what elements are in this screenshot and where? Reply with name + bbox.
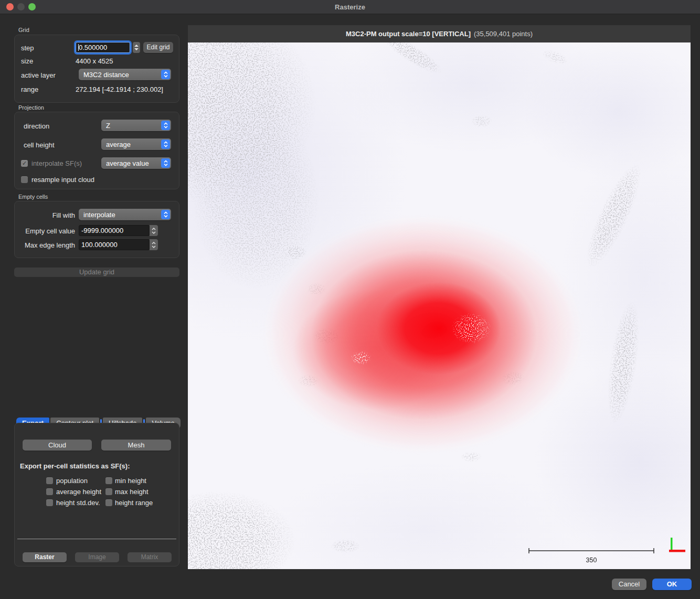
ok-button[interactable]: OK bbox=[652, 579, 692, 590]
chevron-updown-icon bbox=[161, 158, 170, 168]
empty-cell-value-label: Empty cell value bbox=[16, 227, 75, 236]
grid-group-label: Grid bbox=[18, 27, 29, 33]
population-label: population bbox=[56, 477, 88, 485]
cancel-button[interactable]: Cancel bbox=[612, 579, 646, 590]
rasterize-dialog: Rasterize Grid step 0.500000 Edit grid s… bbox=[0, 0, 700, 599]
empty-cell-value-stepper[interactable] bbox=[150, 225, 158, 236]
average-height-label: average height bbox=[56, 488, 101, 496]
active-layer-label: active layer bbox=[21, 71, 56, 80]
resample-label: resample input cloud bbox=[31, 176, 94, 184]
fill-with-label: Fill with bbox=[17, 211, 75, 220]
height-range-label: height range bbox=[115, 499, 153, 507]
resample-checkbox[interactable] bbox=[21, 176, 28, 183]
height-range-checkbox[interactable] bbox=[105, 499, 112, 506]
distance-heat-blob bbox=[259, 212, 587, 456]
export-mesh-button[interactable]: Mesh bbox=[101, 440, 171, 451]
spin-up-icon bbox=[134, 45, 139, 47]
max-edge-length-label: Max edge length bbox=[16, 241, 75, 250]
direction-select[interactable]: Z bbox=[101, 120, 171, 131]
scale-bar-label: 350 bbox=[586, 557, 597, 564]
chevron-updown-icon bbox=[161, 70, 170, 79]
spin-down-icon bbox=[134, 48, 139, 50]
average-height-checkbox[interactable] bbox=[46, 488, 53, 495]
export-matrix-button: Matrix bbox=[128, 552, 172, 562]
max-edge-length-stepper[interactable] bbox=[150, 239, 158, 250]
viewer-title: M3C2-PM output scale=10 [VERTICAL] bbox=[346, 30, 471, 38]
active-layer-value: M3C2 distance bbox=[83, 71, 129, 79]
min-height-checkbox[interactable] bbox=[105, 477, 112, 484]
max-height-checkbox[interactable] bbox=[105, 488, 112, 495]
stats-title: Export per-cell statistics as SF(s): bbox=[20, 462, 130, 470]
fill-with-value: interpolate bbox=[83, 211, 115, 219]
chevron-updown-icon bbox=[161, 121, 170, 130]
height-stddev-label: height std.dev. bbox=[56, 499, 100, 507]
cell-height-value: average bbox=[106, 141, 131, 148]
size-label: size bbox=[21, 57, 33, 66]
cell-height-select[interactable]: average bbox=[101, 138, 171, 150]
empty-cells-group-label: Empty cells bbox=[18, 194, 48, 200]
export-cloud-button[interactable]: Cloud bbox=[23, 440, 92, 451]
viewer-point-count: (35,509,401 points) bbox=[474, 30, 533, 38]
fill-with-select[interactable]: interpolate bbox=[79, 209, 171, 220]
export-divider bbox=[17, 539, 176, 539]
direction-label: direction bbox=[24, 122, 49, 131]
chevron-updown-icon bbox=[161, 210, 170, 219]
window-title: Rasterize bbox=[0, 0, 700, 14]
max-height-label: max height bbox=[115, 488, 149, 496]
interpolate-sf-label: interpolate SF(s) bbox=[31, 159, 82, 168]
projection-group-label: Projection bbox=[18, 104, 44, 111]
interpolate-sf-value: average value bbox=[106, 159, 149, 167]
min-height-label: min height bbox=[115, 477, 146, 485]
range-label: range bbox=[21, 85, 38, 94]
direction-value: Z bbox=[106, 122, 110, 130]
interpolate-sf-select[interactable]: average value bbox=[101, 157, 171, 169]
viewer-header: M3C2-PM output scale=10 [VERTICAL] (35,5… bbox=[188, 25, 691, 42]
edit-grid-button[interactable]: Edit grid bbox=[143, 42, 173, 53]
raster-image: 350 bbox=[188, 42, 691, 569]
population-checkbox[interactable] bbox=[46, 477, 53, 484]
export-raster-button[interactable]: Raster bbox=[23, 552, 67, 562]
size-value: 4400 x 4525 bbox=[76, 57, 113, 66]
active-layer-select[interactable]: M3C2 distance bbox=[79, 69, 171, 80]
range-value: 272.194 [-42.1914 ; 230.002] bbox=[76, 85, 163, 94]
raster-preview: 350 bbox=[188, 42, 691, 569]
max-edge-length-input[interactable]: 100.000000 bbox=[79, 239, 150, 250]
step-spinner[interactable] bbox=[133, 42, 140, 53]
empty-cell-value-input[interactable]: -9999.000000 bbox=[79, 225, 150, 236]
step-input[interactable]: 0.500000 bbox=[76, 42, 130, 53]
title-bar: Rasterize bbox=[0, 0, 700, 14]
step-label: step bbox=[21, 44, 34, 52]
height-stddev-checkbox[interactable] bbox=[46, 499, 53, 506]
chevron-updown-icon bbox=[161, 140, 170, 149]
interpolate-sf-checkbox: ✓ bbox=[21, 160, 28, 167]
cell-height-label: cell height bbox=[24, 141, 55, 149]
export-image-button: Image bbox=[75, 552, 119, 562]
update-grid-button: Update grid bbox=[14, 268, 179, 277]
